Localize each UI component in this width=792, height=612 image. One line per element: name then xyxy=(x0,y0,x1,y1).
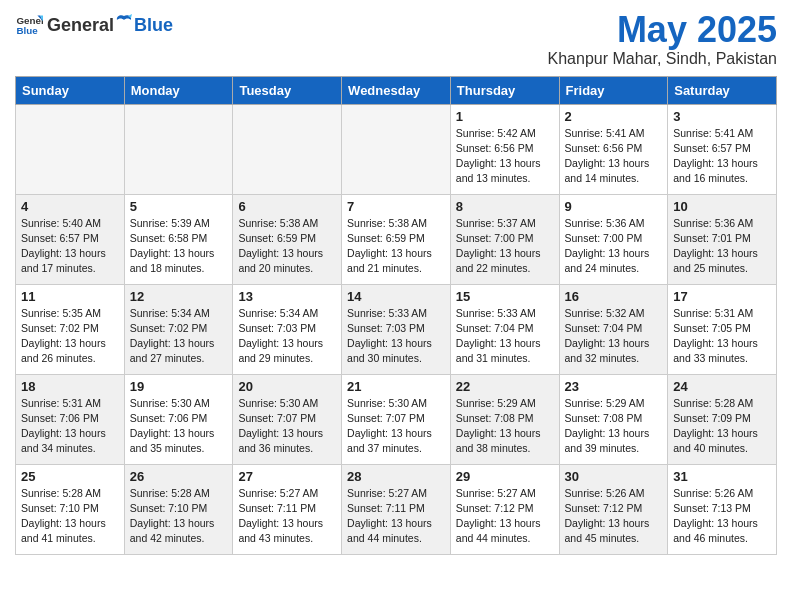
day-info: Sunrise: 5:30 AM Sunset: 7:07 PM Dayligh… xyxy=(347,396,445,457)
calendar-cell: 11Sunrise: 5:35 AM Sunset: 7:02 PM Dayli… xyxy=(16,284,125,374)
calendar-cell: 7Sunrise: 5:38 AM Sunset: 6:59 PM Daylig… xyxy=(342,194,451,284)
calendar-cell: 18Sunrise: 5:31 AM Sunset: 7:06 PM Dayli… xyxy=(16,374,125,464)
weekday-header-friday: Friday xyxy=(559,76,668,104)
day-number: 5 xyxy=(130,199,228,214)
day-number: 27 xyxy=(238,469,336,484)
day-number: 18 xyxy=(21,379,119,394)
calendar-cell: 25Sunrise: 5:28 AM Sunset: 7:10 PM Dayli… xyxy=(16,464,125,554)
calendar-cell xyxy=(16,104,125,194)
logo: General Blue General Blue xyxy=(15,10,173,38)
day-number: 30 xyxy=(565,469,663,484)
week-row-1: 1Sunrise: 5:42 AM Sunset: 6:56 PM Daylig… xyxy=(16,104,777,194)
day-number: 13 xyxy=(238,289,336,304)
calendar-cell: 20Sunrise: 5:30 AM Sunset: 7:07 PM Dayli… xyxy=(233,374,342,464)
calendar-cell: 12Sunrise: 5:34 AM Sunset: 7:02 PM Dayli… xyxy=(124,284,233,374)
calendar-cell: 26Sunrise: 5:28 AM Sunset: 7:10 PM Dayli… xyxy=(124,464,233,554)
week-row-5: 25Sunrise: 5:28 AM Sunset: 7:10 PM Dayli… xyxy=(16,464,777,554)
calendar-cell: 27Sunrise: 5:27 AM Sunset: 7:11 PM Dayli… xyxy=(233,464,342,554)
day-number: 12 xyxy=(130,289,228,304)
calendar-cell: 4Sunrise: 5:40 AM Sunset: 6:57 PM Daylig… xyxy=(16,194,125,284)
calendar-cell: 5Sunrise: 5:39 AM Sunset: 6:58 PM Daylig… xyxy=(124,194,233,284)
day-info: Sunrise: 5:27 AM Sunset: 7:12 PM Dayligh… xyxy=(456,486,554,547)
day-info: Sunrise: 5:33 AM Sunset: 7:03 PM Dayligh… xyxy=(347,306,445,367)
day-info: Sunrise: 5:34 AM Sunset: 7:03 PM Dayligh… xyxy=(238,306,336,367)
weekday-header-wednesday: Wednesday xyxy=(342,76,451,104)
day-number: 1 xyxy=(456,109,554,124)
day-number: 14 xyxy=(347,289,445,304)
day-info: Sunrise: 5:37 AM Sunset: 7:00 PM Dayligh… xyxy=(456,216,554,277)
day-info: Sunrise: 5:27 AM Sunset: 7:11 PM Dayligh… xyxy=(238,486,336,547)
day-info: Sunrise: 5:28 AM Sunset: 7:09 PM Dayligh… xyxy=(673,396,771,457)
header: General Blue General Blue May 2025 Khanp… xyxy=(15,10,777,68)
calendar-cell: 9Sunrise: 5:36 AM Sunset: 7:00 PM Daylig… xyxy=(559,194,668,284)
day-info: Sunrise: 5:31 AM Sunset: 7:05 PM Dayligh… xyxy=(673,306,771,367)
day-number: 26 xyxy=(130,469,228,484)
logo-icon: General Blue xyxy=(15,10,43,38)
calendar-cell: 16Sunrise: 5:32 AM Sunset: 7:04 PM Dayli… xyxy=(559,284,668,374)
weekday-header-sunday: Sunday xyxy=(16,76,125,104)
day-number: 29 xyxy=(456,469,554,484)
day-number: 10 xyxy=(673,199,771,214)
day-info: Sunrise: 5:36 AM Sunset: 7:01 PM Dayligh… xyxy=(673,216,771,277)
week-row-2: 4Sunrise: 5:40 AM Sunset: 6:57 PM Daylig… xyxy=(16,194,777,284)
weekday-header-thursday: Thursday xyxy=(450,76,559,104)
day-number: 2 xyxy=(565,109,663,124)
calendar-cell: 8Sunrise: 5:37 AM Sunset: 7:00 PM Daylig… xyxy=(450,194,559,284)
day-number: 22 xyxy=(456,379,554,394)
calendar-cell: 21Sunrise: 5:30 AM Sunset: 7:07 PM Dayli… xyxy=(342,374,451,464)
calendar-cell: 28Sunrise: 5:27 AM Sunset: 7:11 PM Dayli… xyxy=(342,464,451,554)
calendar-cell: 3Sunrise: 5:41 AM Sunset: 6:57 PM Daylig… xyxy=(668,104,777,194)
weekday-header-row: SundayMondayTuesdayWednesdayThursdayFrid… xyxy=(16,76,777,104)
day-info: Sunrise: 5:26 AM Sunset: 7:12 PM Dayligh… xyxy=(565,486,663,547)
calendar-cell: 1Sunrise: 5:42 AM Sunset: 6:56 PM Daylig… xyxy=(450,104,559,194)
day-number: 19 xyxy=(130,379,228,394)
calendar-cell: 30Sunrise: 5:26 AM Sunset: 7:12 PM Dayli… xyxy=(559,464,668,554)
day-number: 9 xyxy=(565,199,663,214)
day-info: Sunrise: 5:33 AM Sunset: 7:04 PM Dayligh… xyxy=(456,306,554,367)
day-info: Sunrise: 5:28 AM Sunset: 7:10 PM Dayligh… xyxy=(130,486,228,547)
day-number: 25 xyxy=(21,469,119,484)
calendar-cell: 24Sunrise: 5:28 AM Sunset: 7:09 PM Dayli… xyxy=(668,374,777,464)
day-number: 7 xyxy=(347,199,445,214)
logo-bird-icon xyxy=(115,13,133,31)
day-number: 11 xyxy=(21,289,119,304)
calendar-cell: 13Sunrise: 5:34 AM Sunset: 7:03 PM Dayli… xyxy=(233,284,342,374)
calendar-table: SundayMondayTuesdayWednesdayThursdayFrid… xyxy=(15,76,777,555)
calendar-cell xyxy=(124,104,233,194)
location-title: Khanpur Mahar, Sindh, Pakistan xyxy=(548,50,777,68)
day-info: Sunrise: 5:39 AM Sunset: 6:58 PM Dayligh… xyxy=(130,216,228,277)
day-info: Sunrise: 5:32 AM Sunset: 7:04 PM Dayligh… xyxy=(565,306,663,367)
day-number: 17 xyxy=(673,289,771,304)
day-number: 28 xyxy=(347,469,445,484)
calendar-cell: 10Sunrise: 5:36 AM Sunset: 7:01 PM Dayli… xyxy=(668,194,777,284)
day-info: Sunrise: 5:30 AM Sunset: 7:07 PM Dayligh… xyxy=(238,396,336,457)
day-info: Sunrise: 5:28 AM Sunset: 7:10 PM Dayligh… xyxy=(21,486,119,547)
day-number: 21 xyxy=(347,379,445,394)
calendar-cell: 23Sunrise: 5:29 AM Sunset: 7:08 PM Dayli… xyxy=(559,374,668,464)
day-number: 23 xyxy=(565,379,663,394)
day-info: Sunrise: 5:30 AM Sunset: 7:06 PM Dayligh… xyxy=(130,396,228,457)
day-info: Sunrise: 5:31 AM Sunset: 7:06 PM Dayligh… xyxy=(21,396,119,457)
day-info: Sunrise: 5:34 AM Sunset: 7:02 PM Dayligh… xyxy=(130,306,228,367)
day-number: 24 xyxy=(673,379,771,394)
week-row-3: 11Sunrise: 5:35 AM Sunset: 7:02 PM Dayli… xyxy=(16,284,777,374)
calendar-cell: 14Sunrise: 5:33 AM Sunset: 7:03 PM Dayli… xyxy=(342,284,451,374)
day-info: Sunrise: 5:26 AM Sunset: 7:13 PM Dayligh… xyxy=(673,486,771,547)
day-number: 3 xyxy=(673,109,771,124)
day-info: Sunrise: 5:36 AM Sunset: 7:00 PM Dayligh… xyxy=(565,216,663,277)
day-number: 31 xyxy=(673,469,771,484)
day-number: 4 xyxy=(21,199,119,214)
calendar-cell: 6Sunrise: 5:38 AM Sunset: 6:59 PM Daylig… xyxy=(233,194,342,284)
day-number: 16 xyxy=(565,289,663,304)
month-title: May 2025 xyxy=(548,10,777,50)
day-info: Sunrise: 5:29 AM Sunset: 7:08 PM Dayligh… xyxy=(565,396,663,457)
day-info: Sunrise: 5:27 AM Sunset: 7:11 PM Dayligh… xyxy=(347,486,445,547)
day-number: 8 xyxy=(456,199,554,214)
weekday-header-tuesday: Tuesday xyxy=(233,76,342,104)
day-info: Sunrise: 5:29 AM Sunset: 7:08 PM Dayligh… xyxy=(456,396,554,457)
day-info: Sunrise: 5:38 AM Sunset: 6:59 PM Dayligh… xyxy=(238,216,336,277)
day-info: Sunrise: 5:35 AM Sunset: 7:02 PM Dayligh… xyxy=(21,306,119,367)
day-info: Sunrise: 5:42 AM Sunset: 6:56 PM Dayligh… xyxy=(456,126,554,187)
day-number: 20 xyxy=(238,379,336,394)
day-number: 6 xyxy=(238,199,336,214)
